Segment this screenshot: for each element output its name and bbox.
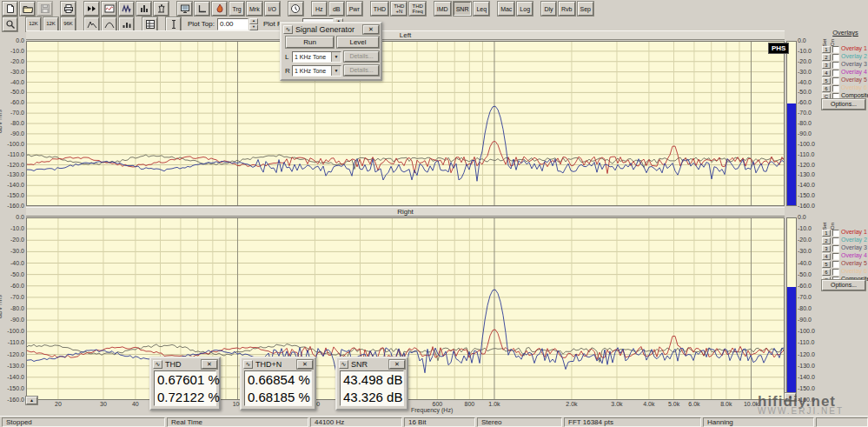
chevron-down-icon[interactable]: ▼ [331, 66, 341, 76]
run-button[interactable]: Run [286, 37, 334, 48]
waveform-button[interactable] [119, 2, 134, 16]
right-overlay-6-set-button[interactable]: 6 [822, 269, 831, 276]
right-overlay-6-on-checkbox[interactable] [832, 269, 839, 276]
trigger-button[interactable]: Trg [229, 2, 244, 16]
right-overlay-2-on-checkbox[interactable] [832, 237, 839, 244]
peak-display-button[interactable] [84, 17, 99, 31]
zoom-button[interactable] [3, 17, 17, 31]
close-icon[interactable]: ✕ [297, 360, 313, 369]
sep-button[interactable]: Sep [578, 2, 593, 16]
y-tick-label: -160.0 [2, 397, 24, 403]
burst-button[interactable] [212, 2, 227, 16]
toolbar-separator [427, 9, 434, 10]
left-overlay-2-on-checkbox[interactable] [832, 54, 839, 61]
monitor-button[interactable] [177, 2, 192, 16]
right-overlay-1-on-checkbox[interactable] [832, 230, 839, 237]
right-overlay-5-on-checkbox[interactable] [832, 261, 839, 268]
left-overlay-5-set-button[interactable]: 5 [822, 77, 831, 84]
y-tick-label: -70.0 [798, 110, 824, 116]
rate-12k-b-button[interactable]: 12K [43, 17, 58, 31]
left-overlay-1-set-button[interactable]: 1 [822, 46, 831, 53]
calibration-button[interactable] [195, 2, 209, 16]
left-tone-select[interactable]: 1 KHz Tone ▼ [292, 51, 341, 63]
open-button[interactable] [20, 2, 35, 16]
playback-button[interactable] [84, 2, 99, 16]
left-spectrum-plot[interactable] [26, 41, 785, 206]
plot-top-input[interactable]: 0.00 [217, 18, 248, 30]
thd-n-button[interactable]: THD+N [391, 2, 407, 16]
snr-button-label: SNR [454, 6, 471, 12]
rate-96k-button[interactable]: 96K [61, 17, 76, 31]
dly-button[interactable]: Dly [541, 2, 556, 16]
thd-n-titlebar[interactable]: ∿ THD+N ✕ [242, 358, 315, 370]
right-overlay-4-set-button[interactable]: 4 [822, 253, 831, 260]
status-segment-5: Stereo [477, 417, 562, 427]
close-icon[interactable]: ✕ [389, 360, 405, 369]
left-overlay-3-on-checkbox[interactable] [832, 62, 839, 69]
rate-12k-a-button[interactable]: 12K [26, 17, 41, 31]
right-details-button[interactable]: Details... [344, 65, 379, 76]
right-overlays-options-button[interactable]: Options... [822, 280, 865, 290]
toolbar-separator [54, 9, 60, 10]
right-overlay-1-set-button[interactable]: 1 [822, 230, 831, 237]
imd-button[interactable]: IMD [434, 2, 451, 16]
snr-button[interactable]: SNR [454, 2, 472, 16]
left-overlay-6-set-button[interactable]: 6 [822, 85, 831, 92]
mac-button-label: Mac [499, 6, 514, 12]
signal-generator-titlebar[interactable]: ∿ Signal Generator ✕ [282, 23, 381, 35]
left-overlay-1-on-checkbox[interactable] [832, 46, 839, 53]
right-overlay-5-set-button[interactable]: 5 [822, 261, 831, 268]
spectrum-button[interactable] [136, 2, 151, 16]
right-overlay-3-on-checkbox[interactable] [832, 245, 839, 252]
stamp-button[interactable] [154, 2, 169, 16]
y-axis-scroll-button[interactable]: ▲ [785, 393, 796, 401]
io-button[interactable]: I/O [265, 2, 280, 16]
spinner-up-icon[interactable]: ▲ [249, 18, 258, 24]
cursor-button[interactable] [166, 17, 181, 31]
curve-display-button[interactable] [102, 17, 116, 31]
left-overlays-options-button[interactable]: Options... [822, 99, 865, 110]
clock-button[interactable] [288, 2, 303, 16]
bar-display-button[interactable] [119, 17, 134, 31]
log-button[interactable]: Log [517, 2, 533, 16]
x-axis-scroll-button[interactable]: ▲ [26, 397, 37, 404]
leq-button[interactable]: Leq [474, 2, 489, 16]
right-overlay-3-set-button[interactable]: 3 [822, 245, 831, 252]
thd-titlebar[interactable]: ∿ THD ✕ [151, 358, 219, 370]
print-button[interactable] [61, 2, 76, 16]
snr-titlebar[interactable]: ∿ SNR ✕ [337, 358, 407, 370]
hz-button[interactable]: Hz [312, 2, 327, 16]
left-overlay-2-set-button[interactable]: 2 [822, 54, 831, 61]
toolbar-separator [534, 9, 540, 10]
thd-freq-button[interactable]: THDFreq [409, 2, 425, 16]
left-overlay-4-on-checkbox[interactable] [832, 70, 839, 77]
db-button[interactable]: dB [329, 2, 344, 16]
marker-button[interactable]: Mrk [247, 2, 262, 16]
right-overlay-4-on-checkbox[interactable] [832, 253, 839, 260]
thd-button[interactable]: THD [371, 2, 388, 16]
left-overlay-6-on-checkbox[interactable] [832, 85, 839, 92]
mac-button[interactable]: Mac [498, 2, 514, 16]
plot-top-spinner[interactable]: ▲ ▼ [249, 18, 258, 30]
spectrum-trace-composite [26, 106, 785, 181]
layout-button[interactable] [142, 17, 157, 31]
toolbar-row-1: TrgMrkI/OHzdBPwrTHDTHD+NTHDFreqIMDSNRLeq… [0, 1, 595, 17]
y-tick-label: -20.0 [2, 58, 24, 64]
close-icon[interactable]: ✕ [363, 25, 379, 34]
close-icon[interactable]: ✕ [202, 360, 217, 369]
new-document-button[interactable] [3, 2, 17, 16]
save-button[interactable] [37, 2, 52, 16]
pwr-button[interactable]: Pwr [347, 2, 362, 16]
scope-button[interactable] [102, 2, 116, 16]
left-overlay-5-on-checkbox[interactable] [832, 77, 839, 84]
rvb-button[interactable]: Rvb [559, 2, 574, 16]
left-overlay-3-set-button[interactable]: 3 [822, 62, 831, 69]
left-overlay-4-set-button[interactable]: 4 [822, 70, 831, 77]
right-overlay-2-set-button[interactable]: 2 [822, 237, 831, 244]
spinner-down-icon[interactable]: ▼ [249, 24, 258, 30]
left-details-button[interactable]: Details... [344, 51, 379, 62]
chevron-down-icon[interactable]: ▼ [331, 52, 341, 62]
right-tone-select[interactable]: 1 KHz Tone ▼ [292, 65, 341, 77]
level-button[interactable]: Level [337, 37, 379, 48]
y-tick-label: -60.0 [798, 283, 824, 289]
